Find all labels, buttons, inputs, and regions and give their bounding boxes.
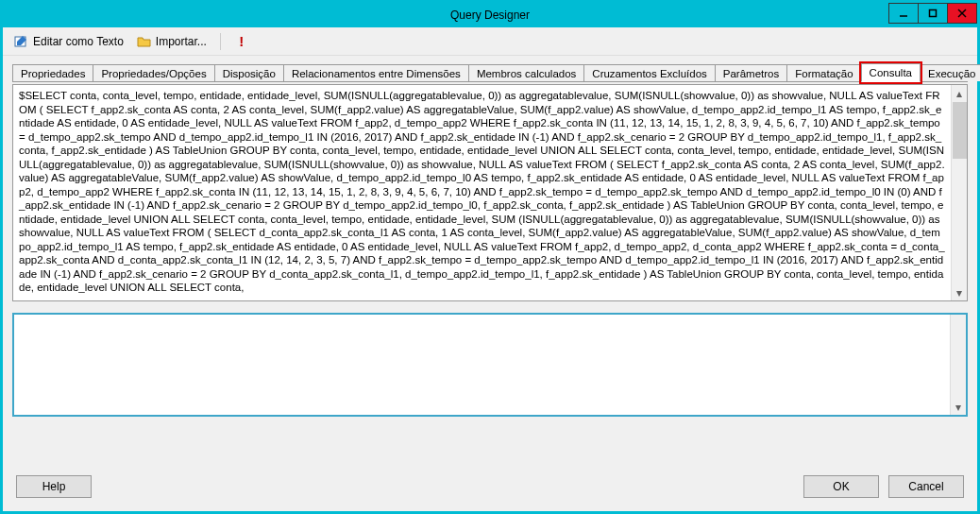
sql-vertical-scrollbar[interactable]: ▴ ▾ [951,85,967,300]
warning-button[interactable]: ! [230,32,253,51]
tab-propriedades[interactable]: Propriedades [12,64,93,81]
footer: Help OK Cancel [3,466,977,511]
tab-disposi-o[interactable]: Disposição [214,64,284,81]
tab-execu-o[interactable]: Execução [920,64,980,81]
help-button[interactable]: Help [16,475,92,498]
results-area[interactable] [14,315,950,415]
edit-as-text-label: Editar como Texto [33,35,124,48]
svg-rect-1 [930,10,937,17]
maximize-button[interactable] [918,3,948,24]
sql-text-pane: $SELECT conta, conta_level, tempo, entid… [12,84,968,301]
titlebar: Query Designer [3,3,977,27]
ok-button[interactable]: OK [803,475,879,498]
exclamation-icon: ! [234,34,249,49]
toolbar: Editar como Texto Importar... ! [3,27,977,56]
tab-formata-o[interactable]: Formatação [786,64,861,81]
edit-text-icon [14,34,29,49]
scroll-up-icon[interactable]: ▴ [952,85,967,101]
import-button[interactable]: Importar... [133,32,211,51]
tab-par-metros[interactable]: Parâmetros [715,64,787,81]
results-vertical-scrollbar[interactable]: ▾ [950,315,966,415]
tab-cruzamentos-exclu-dos[interactable]: Cruzamentos Excluídos [583,64,715,81]
import-label: Importar... [156,35,207,48]
window-controls [889,3,977,24]
cancel-button[interactable]: Cancel [888,475,964,498]
scroll-down-icon[interactable]: ▾ [952,284,967,300]
scroll-down-icon[interactable]: ▾ [951,399,966,415]
minimize-button[interactable] [888,3,919,24]
sql-text[interactable]: $SELECT conta, conta_level, tempo, entid… [13,85,951,300]
tab-consulta[interactable]: Consulta [861,63,921,82]
results-pane: ▾ [12,313,968,417]
tab-strip: PropriedadesPropriedades/OpçõesDisposiçã… [12,61,968,82]
folder-open-icon [137,34,152,49]
window-title: Query Designer [450,9,530,22]
scroll-thumb[interactable] [953,102,967,159]
query-designer-window: Query Designer Editar como Texto Importa… [0,0,980,514]
tab-propriedades-op-es[interactable]: Propriedades/Opções [93,64,214,81]
content-area: PropriedadesPropriedades/OpçõesDisposiçã… [3,56,977,466]
close-button[interactable] [947,3,977,24]
tab-membros-calculados[interactable]: Membros calculados [468,64,584,81]
toolbar-separator [220,33,221,50]
edit-as-text-button[interactable]: Editar como Texto [10,32,127,51]
tab-relacionamentos-entre-dimens-es[interactable]: Relacionamentos entre Dimensões [283,64,469,81]
